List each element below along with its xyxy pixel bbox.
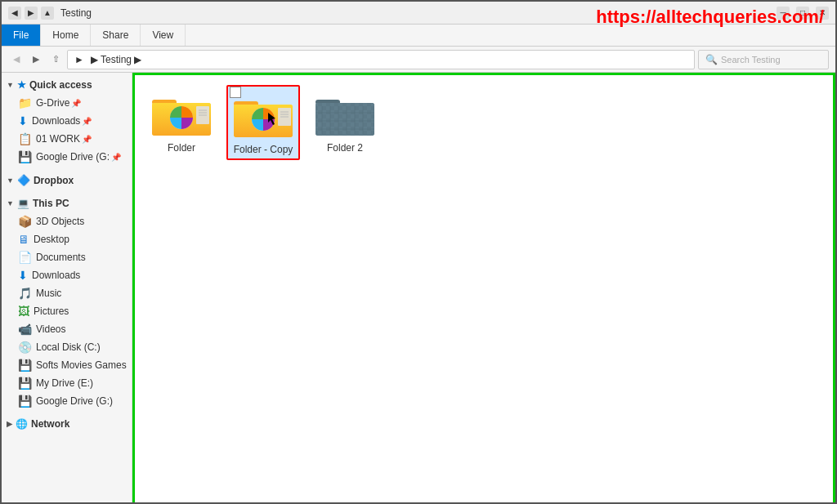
folder-grid: Folder bbox=[141, 82, 826, 163]
folder-item-folder-copy[interactable]: Folder - Copy bbox=[226, 85, 300, 160]
downloads2-label: Downloads bbox=[32, 270, 80, 281]
downloads-label: Downloads bbox=[32, 115, 80, 127]
chevron-quick-access: ▼ bbox=[7, 81, 14, 89]
gdrive-icon: 📁 bbox=[18, 96, 32, 109]
google-drive-g-icon: 💾 bbox=[18, 150, 32, 163]
folder-copy-icon bbox=[231, 90, 296, 142]
folder1-icon bbox=[149, 88, 214, 140]
sidebar-item-localdisk[interactable]: 💿 Local Disk (C:) bbox=[2, 338, 132, 356]
google-drive-g-pin: 📌 bbox=[111, 153, 121, 162]
search-icon: 🔍 bbox=[705, 54, 718, 65]
folder-item-folder1[interactable]: Folder bbox=[145, 85, 218, 160]
address-path[interactable]: ► ▶ Testing ▶ bbox=[67, 50, 695, 69]
title-bar-icons: ◀ ▶ ▲ bbox=[8, 7, 54, 20]
sidebar-item-downloads2[interactable]: ⬇ Downloads bbox=[2, 266, 132, 284]
ribbon: File Home Share View bbox=[2, 25, 835, 47]
breadcrumb-testing: ▶ Testing ▶ bbox=[91, 54, 141, 65]
documents-icon: 📄 bbox=[18, 251, 32, 264]
sidebar: ▼ ★ Quick access 📁 G-Drive 📌 ⬇ Downloads… bbox=[2, 73, 132, 504]
dropbox-icon: 🔷 bbox=[17, 174, 30, 186]
forward-icon[interactable]: ▶ bbox=[25, 7, 38, 20]
quick-access-star-icon: ★ bbox=[17, 79, 26, 91]
watermark: https://alltechqueries.com/ bbox=[596, 7, 824, 28]
localdisk-label: Local Disk (C:) bbox=[36, 341, 101, 353]
up-icon[interactable]: ▲ bbox=[41, 7, 54, 20]
01work-pin: 📌 bbox=[82, 135, 92, 144]
sidebar-item-videos[interactable]: 📹 Videos bbox=[2, 320, 132, 338]
sidebar-dropbox[interactable]: ▼ 🔷 Dropbox bbox=[2, 171, 132, 190]
3dobjects-label: 3D Objects bbox=[36, 216, 84, 227]
folder-item-folder2[interactable]: Folder 2 bbox=[308, 85, 382, 160]
google-drive-g-label: Google Drive (G: bbox=[36, 151, 110, 163]
music-label: Music bbox=[36, 288, 61, 299]
sidebar-this-pc[interactable]: ▼ 💻 This PC bbox=[2, 194, 132, 212]
sidebar-item-pictures[interactable]: 🖼 Pictures bbox=[2, 302, 132, 320]
svg-rect-19 bbox=[316, 103, 374, 136]
content-area: Folder bbox=[132, 73, 835, 504]
quick-access-label: Quick access bbox=[29, 79, 92, 91]
up-button[interactable]: ⇧ bbox=[47, 51, 64, 68]
folder2-label: Folder 2 bbox=[327, 142, 363, 154]
music-icon: 🎵 bbox=[18, 287, 32, 300]
search-placeholder: Search Testing bbox=[721, 55, 781, 65]
sidebar-item-01work[interactable]: 📋 01 WORK 📌 bbox=[2, 130, 132, 148]
google-drive-g2-label: Google Drive (G:) bbox=[36, 395, 113, 407]
folder-copy-label: Folder - Copy bbox=[234, 144, 293, 155]
sidebar-quick-access[interactable]: ▼ ★ Quick access bbox=[2, 76, 132, 94]
tab-share[interactable]: Share bbox=[91, 25, 141, 46]
sidebar-item-google-drive-g[interactable]: 💾 Google Drive (G: 📌 bbox=[2, 148, 132, 166]
mydrive-label: My Drive (E:) bbox=[36, 377, 93, 389]
sidebar-item-desktop[interactable]: 🖥 Desktop bbox=[2, 230, 132, 248]
mydrive-icon: 💾 bbox=[18, 377, 32, 390]
sidebar-item-music[interactable]: 🎵 Music bbox=[2, 284, 132, 302]
sidebar-item-mydrive[interactable]: 💾 My Drive (E:) bbox=[2, 374, 132, 392]
desktop-icon: 🖥 bbox=[18, 233, 29, 246]
documents-label: Documents bbox=[36, 252, 86, 263]
this-pc-icon: 💻 bbox=[17, 198, 29, 209]
this-pc-label: This PC bbox=[33, 198, 69, 209]
network-label: Network bbox=[31, 418, 69, 430]
folder1-label: Folder bbox=[168, 142, 195, 154]
localdisk-icon: 💿 bbox=[18, 341, 32, 354]
3dobjects-icon: 📦 bbox=[18, 215, 32, 228]
tab-view[interactable]: View bbox=[141, 25, 186, 46]
sidebar-item-3dobjects[interactable]: 📦 3D Objects bbox=[2, 212, 132, 230]
main-layout: ▼ ★ Quick access 📁 G-Drive 📌 ⬇ Downloads… bbox=[2, 73, 835, 504]
breadcrumb-home: ► bbox=[74, 54, 84, 65]
search-box[interactable]: 🔍 Search Testing bbox=[698, 50, 829, 69]
network-icon: 🌐 bbox=[16, 418, 28, 430]
chevron-network: ▶ bbox=[7, 420, 12, 428]
softsmovies-label: Softs Movies Games bbox=[36, 359, 127, 371]
quick-access-icon[interactable]: ◀ bbox=[8, 7, 21, 20]
dropbox-label: Dropbox bbox=[34, 175, 74, 186]
01work-icon: 📋 bbox=[18, 132, 32, 145]
gdrive-pin: 📌 bbox=[71, 99, 81, 108]
sidebar-item-documents[interactable]: 📄 Documents bbox=[2, 248, 132, 266]
forward-button[interactable]: ▶ bbox=[28, 51, 44, 68]
sidebar-item-softsmovies[interactable]: 💾 Softs Movies Games bbox=[2, 356, 132, 374]
sidebar-network[interactable]: ▶ 🌐 Network bbox=[2, 415, 132, 433]
back-button[interactable]: ◀ bbox=[8, 51, 25, 68]
downloads-pin: 📌 bbox=[82, 117, 92, 126]
chevron-this-pc: ▼ bbox=[7, 199, 14, 207]
downloads2-icon: ⬇ bbox=[18, 269, 28, 282]
tab-file[interactable]: File bbox=[2, 25, 41, 46]
videos-label: Videos bbox=[36, 323, 65, 335]
downloads-icon: ⬇ bbox=[18, 114, 28, 127]
gdrive-label: G-Drive bbox=[36, 97, 69, 109]
videos-icon: 📹 bbox=[18, 323, 32, 336]
folder2-icon bbox=[312, 88, 378, 140]
tab-home[interactable]: Home bbox=[41, 25, 91, 46]
chevron-dropbox: ▼ bbox=[7, 176, 14, 185]
pictures-label: Pictures bbox=[34, 306, 69, 317]
softsmovies-icon: 💾 bbox=[18, 359, 32, 372]
sidebar-item-downloads[interactable]: ⬇ Downloads 📌 bbox=[2, 112, 132, 130]
address-bar: ◀ ▶ ⇧ ► ▶ Testing ▶ 🔍 Search Testing bbox=[2, 47, 835, 73]
pictures-icon: 🖼 bbox=[18, 305, 29, 318]
sidebar-item-google-drive-g2[interactable]: 💾 Google Drive (G:) bbox=[2, 392, 132, 410]
google-drive-g2-icon: 💾 bbox=[18, 395, 32, 408]
sidebar-item-gdrive[interactable]: 📁 G-Drive 📌 bbox=[2, 94, 132, 112]
desktop-label: Desktop bbox=[34, 234, 69, 245]
01work-label: 01 WORK bbox=[36, 133, 80, 145]
title-bar-text: Testing bbox=[60, 7, 92, 19]
